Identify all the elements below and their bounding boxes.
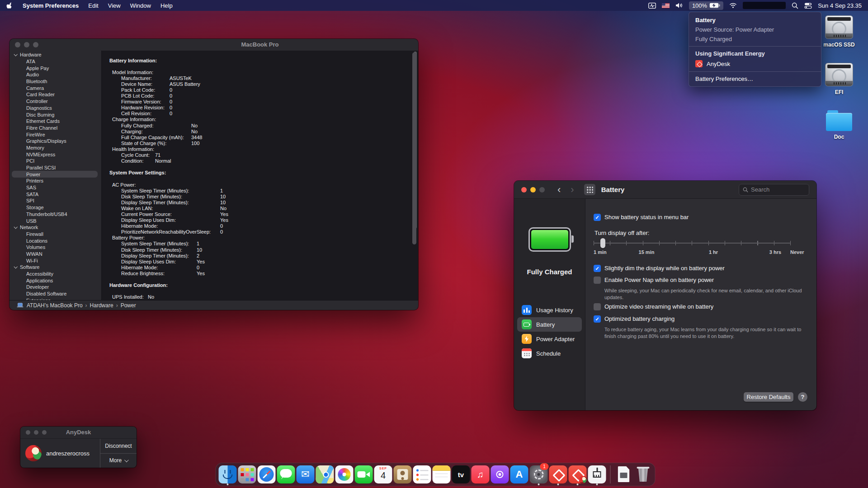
sysinfo-sidebar-item-pci[interactable]: PCI xyxy=(9,158,101,164)
back-button[interactable]: ‹ xyxy=(557,181,561,199)
show-all-preferences-button[interactable] xyxy=(584,184,595,195)
close-button[interactable] xyxy=(521,187,527,192)
dock-facetime[interactable] xyxy=(355,464,373,485)
forward-button[interactable]: › xyxy=(571,181,574,199)
control-center-icon[interactable] xyxy=(804,2,812,9)
sysinfo-sidebar-item-parallel-scsi[interactable]: Parallel SCSI xyxy=(9,164,101,171)
prefs-sidebar-item-battery[interactable]: Battery xyxy=(517,317,582,332)
sysinfo-sidebar-item-nvmexpress[interactable]: NVMExpress xyxy=(9,151,101,158)
prefs-titlebar[interactable]: ‹ › Battery Search xyxy=(514,181,816,199)
menu-view[interactable]: View xyxy=(108,2,121,9)
battery-preferences-item[interactable]: Battery Preferences… xyxy=(689,74,821,84)
dock-anydesk[interactable] xyxy=(549,464,567,485)
dock-contacts[interactable] xyxy=(394,464,412,485)
dock-podcasts[interactable] xyxy=(491,464,509,485)
minimize-button[interactable] xyxy=(530,187,536,192)
prefs-sidebar-item-usage-history[interactable]: Usage History xyxy=(517,303,582,317)
checkbox[interactable]: ✓ xyxy=(594,265,601,272)
checkbox[interactable] xyxy=(594,277,601,284)
dock-reminders[interactable] xyxy=(413,464,431,485)
dock-document[interactable] xyxy=(615,464,633,485)
dock-mail[interactable] xyxy=(297,464,315,485)
sysinfo-sidebar-item-diagnostics[interactable]: Diagnostics xyxy=(9,105,101,112)
sysinfo-sidebar-item-developer[interactable]: Developer xyxy=(9,284,101,291)
breadcrumb-item[interactable]: ATDAH’s MacBook Pro xyxy=(27,302,83,309)
sysinfo-sidebar-item-disabled-software[interactable]: Disabled Software xyxy=(9,291,101,297)
sysinfo-sidebar-item-thunderbolt-usb4[interactable]: Thunderbolt/USB4 xyxy=(9,211,101,218)
dock-system-preferences[interactable]: 1 xyxy=(530,464,548,485)
sysinfo-sidebar-item-power[interactable]: Power xyxy=(12,171,98,178)
dock-gripper[interactable] xyxy=(588,464,606,485)
sysinfo-sidebar-item-applications[interactable]: Applications xyxy=(9,277,101,284)
keyboard-layout-flag-icon[interactable] xyxy=(662,3,670,8)
sysinfo-sidebar-item-printers[interactable]: Printers xyxy=(9,178,101,184)
dock-calendar[interactable]: SEP4 xyxy=(374,464,392,485)
spotlight-search-icon[interactable] xyxy=(792,2,798,9)
sysinfo-sidebar-item-network[interactable]: Network xyxy=(9,224,101,231)
content-scrollbar[interactable] xyxy=(412,52,416,244)
dock-music[interactable] xyxy=(472,464,490,485)
dock-anydesk-session[interactable] xyxy=(569,464,587,485)
menu-edit[interactable]: Edit xyxy=(88,2,98,9)
minimize-button[interactable] xyxy=(34,430,38,435)
sysinfo-titlebar[interactable]: MacBook Pro xyxy=(9,39,418,51)
anydesk-titlebar[interactable]: AnyDesk xyxy=(20,427,137,438)
disconnect-button[interactable]: Disconnect xyxy=(100,439,137,454)
zoom-button[interactable] xyxy=(33,42,38,47)
dock-app-store[interactable]: A xyxy=(510,464,528,485)
dock-photos[interactable] xyxy=(335,464,354,485)
sysinfo-sidebar-item-memory[interactable]: Memory xyxy=(9,145,101,151)
checkbox[interactable] xyxy=(594,303,601,310)
activity-status-icon[interactable] xyxy=(648,3,656,9)
desktop-icon-macos-ssd[interactable]: macOS SSD xyxy=(818,15,860,48)
sysinfo-sidebar-item-graphics-displays[interactable]: Graphics/Displays xyxy=(9,138,101,145)
checkbox[interactable]: ✓ xyxy=(594,315,601,323)
sysinfo-sidebar-item-firewire[interactable]: FireWire xyxy=(9,131,101,138)
sysinfo-sidebar-item-controller[interactable]: Controller xyxy=(9,98,101,105)
prefs-sidebar-item-power-adapter[interactable]: Power Adapter xyxy=(517,332,582,346)
close-button[interactable] xyxy=(15,42,20,47)
zoom-button[interactable] xyxy=(42,430,47,435)
sysinfo-sidebar-item-firewall[interactable]: Firewall xyxy=(9,231,101,238)
sysinfo-sidebar-item-audio[interactable]: Audio xyxy=(9,71,101,78)
battery-status-item[interactable]: 100% xyxy=(689,1,723,10)
search-field[interactable]: Search xyxy=(739,184,809,196)
sysinfo-sidebar-item-spi[interactable]: SPI xyxy=(9,197,101,204)
menu-system-preferences[interactable]: System Preferences xyxy=(23,2,79,9)
sysinfo-sidebar-item-storage[interactable]: Storage xyxy=(9,204,101,211)
sysinfo-sidebar-item-hardware[interactable]: Hardware xyxy=(9,52,101,58)
sysinfo-sidebar-item-software[interactable]: Software xyxy=(9,264,101,271)
redacted-status-item[interactable] xyxy=(743,2,786,9)
sysinfo-sidebar-item-ethernet-cards[interactable]: Ethernet Cards xyxy=(9,118,101,125)
close-button[interactable] xyxy=(26,430,30,435)
energy-app-item[interactable]: AnyDesk xyxy=(689,58,821,69)
dock-safari[interactable] xyxy=(258,464,276,485)
zoom-button[interactable] xyxy=(539,187,545,192)
sysinfo-sidebar-item-camera[interactable]: Camera xyxy=(9,84,101,91)
help-button[interactable]: ? xyxy=(798,392,807,402)
sysinfo-sidebar-item-volumes[interactable]: Volumes xyxy=(9,244,101,251)
menu-help[interactable]: Help xyxy=(160,2,173,9)
sysinfo-sidebar-item-usb[interactable]: USB xyxy=(9,217,101,224)
dock-launchpad[interactable] xyxy=(238,464,256,485)
more-button[interactable]: More xyxy=(100,454,137,468)
apple-menu-icon[interactable] xyxy=(6,2,13,9)
checkbox[interactable]: ✓ xyxy=(594,214,601,221)
minimize-button[interactable] xyxy=(24,42,29,47)
dock-messages[interactable] xyxy=(277,464,295,485)
dock-maps[interactable] xyxy=(316,464,334,485)
menu-bar-clock[interactable]: Sun 4 Sep 23.35 xyxy=(818,2,862,9)
sysinfo-sidebar-item-sas[interactable]: SAS xyxy=(9,184,101,191)
display-off-slider[interactable] xyxy=(594,243,790,244)
menu-window[interactable]: Window xyxy=(130,2,151,9)
sysinfo-sidebar-item-sata[interactable]: SATA xyxy=(9,191,101,197)
sysinfo-sidebar-item-locations[interactable]: Locations xyxy=(9,237,101,244)
sysinfo-sidebar-item-fibre-channel[interactable]: Fibre Channel xyxy=(9,125,101,131)
wifi-icon[interactable] xyxy=(729,3,737,8)
volume-icon[interactable] xyxy=(675,2,683,9)
sysinfo-sidebar-item-disc-burning[interactable]: Disc Burning xyxy=(9,111,101,118)
dock-tv[interactable]: tv xyxy=(452,464,470,485)
dock-trash[interactable] xyxy=(634,464,652,485)
desktop-icon-efi[interactable]: EFI xyxy=(818,63,860,95)
desktop-icon-doc[interactable]: Doc xyxy=(818,110,860,140)
